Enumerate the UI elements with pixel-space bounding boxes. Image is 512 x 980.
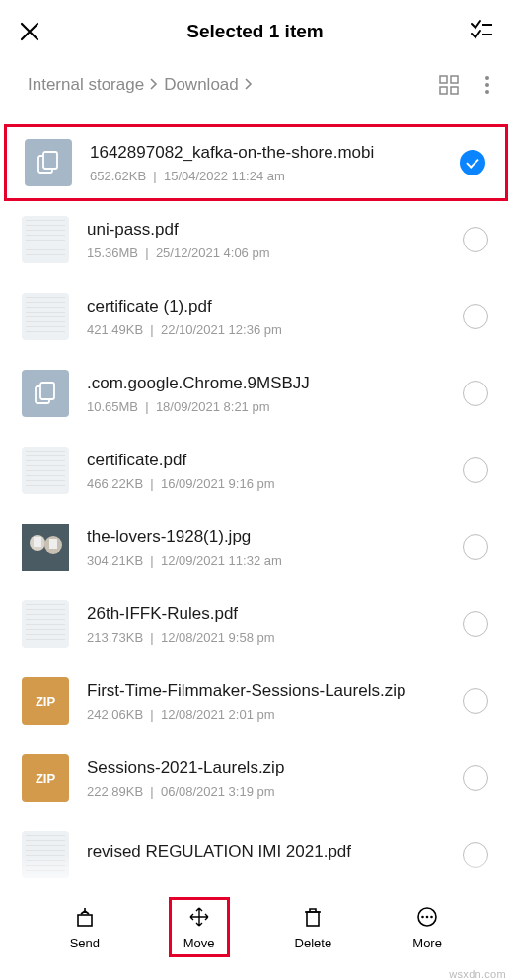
file-meta: certificate (1).pdf421.49KB | 22/10/2021… xyxy=(87,297,453,337)
checkbox-unchecked-icon[interactable] xyxy=(463,304,488,329)
file-meta: First-Time-Filmmaker-Sessions-Laurels.zi… xyxy=(87,681,453,722)
file-row[interactable]: .com.google.Chrome.9MSBJJ10.65MB | 18/09… xyxy=(0,355,512,432)
file-row[interactable]: the-lovers-1928(1).jpg304.21KB | 12/09/2… xyxy=(0,509,512,586)
file-meta: 1642897082_kafka-on-the-shore.mobi652.62… xyxy=(90,143,450,183)
send-button[interactable]: Send xyxy=(54,904,115,950)
file-thumbnail xyxy=(22,524,69,571)
file-row[interactable]: revised REGULATION IMI 2021.pdf xyxy=(0,816,512,893)
file-thumbnail xyxy=(22,216,69,263)
close-icon[interactable] xyxy=(18,20,41,43)
svg-rect-16 xyxy=(34,537,41,547)
checkbox-unchecked-icon[interactable] xyxy=(463,611,488,637)
checkbox-unchecked-icon[interactable] xyxy=(463,688,488,714)
svg-rect-17 xyxy=(49,539,57,549)
file-name: the-lovers-1928(1).jpg xyxy=(87,527,453,547)
file-date: 22/10/2021 12:36 pm xyxy=(161,322,282,337)
file-size: 242.06KB xyxy=(87,707,143,722)
svg-rect-5 xyxy=(451,87,458,94)
bottom-bar: Send Move Delete More xyxy=(0,891,512,962)
select-all-icon[interactable] xyxy=(469,19,494,44)
file-row[interactable]: uni-pass.pdf15.36MB | 25/12/2021 4:06 pm xyxy=(0,201,512,278)
checkbox-unchecked-icon[interactable] xyxy=(463,534,488,560)
file-row[interactable]: certificate (1).pdf421.49KB | 22/10/2021… xyxy=(0,278,512,355)
svg-point-8 xyxy=(485,90,489,94)
svg-point-7 xyxy=(485,83,489,87)
view-grid-icon[interactable] xyxy=(439,75,459,95)
svg-point-6 xyxy=(485,76,489,80)
more-vertical-icon[interactable] xyxy=(484,75,490,95)
more-button[interactable]: More xyxy=(397,904,458,950)
file-name: 26th-IFFK-Rules.pdf xyxy=(87,604,453,624)
file-size: 15.36MB xyxy=(87,245,138,260)
header: Selected 1 item xyxy=(0,0,512,63)
file-name: 1642897082_kafka-on-the-shore.mobi xyxy=(90,143,450,163)
file-row[interactable]: ZIPSessions-2021-Laurels.zip222.89KB | 0… xyxy=(0,739,512,816)
svg-rect-10 xyxy=(43,152,57,169)
file-name: .com.google.Chrome.9MSBJJ xyxy=(87,374,453,393)
file-meta: Sessions-2021-Laurels.zip222.89KB | 06/0… xyxy=(87,758,453,799)
breadcrumb: Internal storage Download xyxy=(0,63,512,106)
file-size: 652.62KB xyxy=(90,169,146,183)
delete-button[interactable]: Delete xyxy=(282,904,343,950)
file-sub: 213.73KB | 12/08/2021 9:58 pm xyxy=(87,630,453,645)
file-sub: 421.49KB | 22/10/2021 12:36 pm xyxy=(87,322,453,337)
checkbox-unchecked-icon[interactable] xyxy=(463,227,488,252)
svg-rect-12 xyxy=(40,383,54,399)
file-date: 12/09/2021 11:32 am xyxy=(161,553,282,568)
send-label: Send xyxy=(70,936,100,950)
file-name: certificate (1).pdf xyxy=(87,297,453,316)
send-icon xyxy=(74,904,96,930)
more-icon xyxy=(416,904,438,930)
svg-rect-19 xyxy=(307,912,319,926)
watermark: wsxdn.com xyxy=(449,968,506,980)
file-sub: 304.21KB | 12/09/2021 11:32 am xyxy=(87,553,453,568)
file-sub: 466.22KB | 16/09/2021 9:16 pm xyxy=(87,476,453,491)
file-size: 421.49KB xyxy=(87,322,143,337)
chevron-right-icon xyxy=(148,75,160,95)
more-label: More xyxy=(412,936,442,950)
file-size: 10.65MB xyxy=(87,399,138,414)
checkbox-unchecked-icon[interactable] xyxy=(463,457,488,483)
delete-label: Delete xyxy=(295,936,332,950)
move-button[interactable]: Move xyxy=(169,897,230,957)
file-date: 25/12/2021 4:06 pm xyxy=(156,245,270,260)
file-name: Sessions-2021-Laurels.zip xyxy=(87,758,453,778)
file-sub: 652.62KB | 15/04/2022 11:24 am xyxy=(90,169,450,183)
file-row[interactable]: certificate.pdf466.22KB | 16/09/2021 9:1… xyxy=(0,432,512,509)
file-meta: .com.google.Chrome.9MSBJJ10.65MB | 18/09… xyxy=(87,374,453,414)
breadcrumb-folder[interactable]: Download xyxy=(164,75,239,95)
file-thumbnail xyxy=(22,447,69,494)
file-meta: revised REGULATION IMI 2021.pdf xyxy=(87,842,453,868)
file-date: 12/08/2021 9:58 pm xyxy=(161,630,275,645)
file-meta: uni-pass.pdf15.36MB | 25/12/2021 4:06 pm xyxy=(87,220,453,260)
svg-point-22 xyxy=(426,915,429,918)
delete-icon xyxy=(303,904,323,930)
file-thumbnail xyxy=(22,600,69,648)
move-label: Move xyxy=(183,936,215,950)
file-list: 1642897082_kafka-on-the-shore.mobi652.62… xyxy=(0,106,512,893)
checkbox-unchecked-icon[interactable] xyxy=(463,381,488,406)
checkbox-unchecked-icon[interactable] xyxy=(463,842,488,868)
checkbox-unchecked-icon[interactable] xyxy=(463,765,488,791)
checkbox-checked-icon[interactable] xyxy=(460,150,485,175)
svg-point-23 xyxy=(430,915,433,918)
page-title: Selected 1 item xyxy=(41,21,469,42)
move-icon xyxy=(188,904,210,930)
file-name: certificate.pdf xyxy=(87,451,453,470)
file-name: uni-pass.pdf xyxy=(87,220,453,240)
file-name: revised REGULATION IMI 2021.pdf xyxy=(87,842,453,862)
file-row[interactable]: 26th-IFFK-Rules.pdf213.73KB | 12/08/2021… xyxy=(0,586,512,663)
file-date: 15/04/2022 11:24 am xyxy=(164,169,285,183)
file-date: 12/08/2021 2:01 pm xyxy=(161,707,275,722)
svg-rect-2 xyxy=(440,76,447,83)
file-thumbnail xyxy=(22,370,69,417)
file-meta: the-lovers-1928(1).jpg304.21KB | 12/09/2… xyxy=(87,527,453,568)
file-meta: 26th-IFFK-Rules.pdf213.73KB | 12/08/2021… xyxy=(87,604,453,645)
file-thumbnail xyxy=(22,831,69,878)
file-row[interactable]: 1642897082_kafka-on-the-shore.mobi652.62… xyxy=(4,124,508,201)
breadcrumb-root[interactable]: Internal storage xyxy=(28,75,144,95)
file-size: 304.21KB xyxy=(87,553,143,568)
file-row[interactable]: ZIPFirst-Time-Filmmaker-Sessions-Laurels… xyxy=(0,663,512,739)
file-thumbnail: ZIP xyxy=(22,677,69,725)
file-date: 16/09/2021 9:16 pm xyxy=(161,476,275,491)
